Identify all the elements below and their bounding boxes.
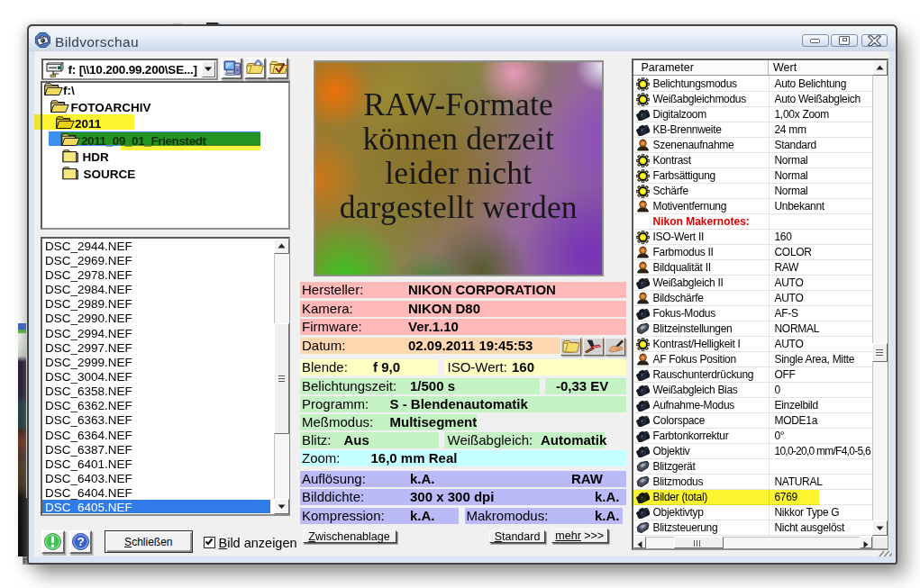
svg-text:?: ? [77, 535, 84, 548]
